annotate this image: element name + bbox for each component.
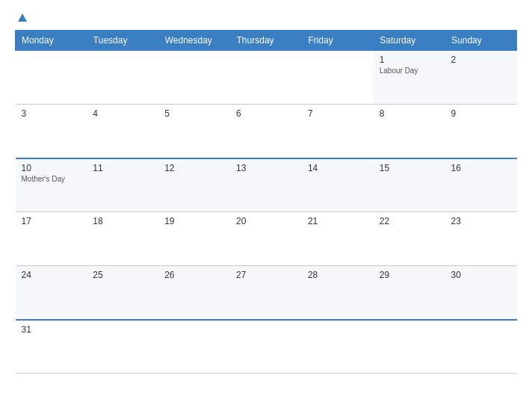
calendar-cell bbox=[302, 51, 374, 105]
calendar-cell bbox=[230, 51, 302, 105]
calendar-cell bbox=[158, 51, 230, 105]
day-header-sunday: Sunday bbox=[445, 31, 517, 51]
day-number: 5 bbox=[164, 108, 224, 119]
day-number: 16 bbox=[451, 163, 511, 173]
day-number: 29 bbox=[380, 270, 439, 280]
calendar-cell bbox=[16, 51, 87, 105]
day-number: 15 bbox=[380, 163, 439, 173]
day-number: 3 bbox=[22, 108, 81, 119]
calendar-cell: 16 bbox=[445, 158, 517, 212]
calendar-cell bbox=[87, 51, 158, 105]
day-number: 17 bbox=[22, 216, 81, 226]
calendar-cell: 28 bbox=[302, 266, 374, 320]
day-header-wednesday: Wednesday bbox=[158, 31, 230, 51]
calendar-cell: 22 bbox=[374, 212, 445, 266]
calendar-cell: 29 bbox=[374, 266, 445, 320]
calendar-week-row: 1Labour Day2 bbox=[16, 51, 517, 105]
day-header-thursday: Thursday bbox=[230, 31, 302, 51]
day-number: 30 bbox=[451, 270, 511, 280]
calendar-week-row: 31 bbox=[16, 320, 517, 374]
day-header-monday: Monday bbox=[16, 31, 87, 51]
calendar-cell bbox=[87, 320, 158, 374]
calendar-cell: 8 bbox=[374, 105, 445, 158]
calendar-cell: 1Labour Day bbox=[374, 51, 445, 105]
day-number: 19 bbox=[164, 216, 224, 226]
logo bbox=[15, 13, 27, 22]
calendar-cell: 7 bbox=[302, 105, 374, 158]
day-number: 25 bbox=[93, 270, 152, 280]
calendar-cell: 13 bbox=[230, 158, 302, 212]
calendar-table: MondayTuesdayWednesdayThursdayFridaySatu… bbox=[15, 30, 517, 374]
day-number: 6 bbox=[236, 108, 296, 119]
calendar-page: MondayTuesdayWednesdayThursdayFridaySatu… bbox=[0, 0, 532, 411]
day-number: 8 bbox=[380, 108, 439, 119]
logo-triangle-icon bbox=[18, 13, 27, 22]
calendar-cell: 21 bbox=[302, 212, 374, 266]
day-number: 12 bbox=[164, 163, 224, 173]
calendar-cell: 31 bbox=[16, 320, 87, 374]
calendar-header-row: MondayTuesdayWednesdayThursdayFridaySatu… bbox=[16, 31, 517, 51]
calendar-cell: 11 bbox=[87, 158, 158, 212]
calendar-week-row: 10Mother's Day111213141516 bbox=[16, 158, 517, 212]
calendar-cell bbox=[302, 320, 374, 374]
calendar-cell: 25 bbox=[87, 266, 158, 320]
calendar-cell: 20 bbox=[230, 212, 302, 266]
calendar-cell: 3 bbox=[16, 105, 87, 158]
day-number: 20 bbox=[236, 216, 296, 226]
calendar-cell: 17 bbox=[16, 212, 87, 266]
day-number: 22 bbox=[380, 216, 439, 226]
day-number: 28 bbox=[308, 270, 368, 280]
day-number: 26 bbox=[164, 270, 224, 280]
day-number: 14 bbox=[308, 163, 368, 173]
calendar-cell bbox=[230, 320, 302, 374]
logo-blue-text bbox=[15, 13, 27, 22]
calendar-week-row: 17181920212223 bbox=[16, 212, 517, 266]
header bbox=[15, 13, 517, 22]
calendar-cell bbox=[158, 320, 230, 374]
calendar-cell: 30 bbox=[445, 266, 517, 320]
calendar-cell: 4 bbox=[87, 105, 158, 158]
day-number: 10 bbox=[22, 163, 81, 173]
day-number: 21 bbox=[308, 216, 368, 226]
day-number: 13 bbox=[236, 163, 296, 173]
day-header-friday: Friday bbox=[302, 31, 374, 51]
calendar-cell: 12 bbox=[158, 158, 230, 212]
calendar-cell: 27 bbox=[230, 266, 302, 320]
calendar-cell: 18 bbox=[87, 212, 158, 266]
day-number: 9 bbox=[451, 108, 511, 119]
calendar-cell: 14 bbox=[302, 158, 374, 212]
calendar-cell: 19 bbox=[158, 212, 230, 266]
day-number: 18 bbox=[93, 216, 152, 226]
day-header-saturday: Saturday bbox=[374, 31, 445, 51]
day-number: 23 bbox=[451, 216, 511, 226]
day-number: 11 bbox=[93, 163, 152, 173]
day-number: 1 bbox=[380, 55, 439, 65]
calendar-cell: 24 bbox=[16, 266, 87, 320]
holiday-label: Mother's Day bbox=[22, 175, 81, 183]
day-number: 4 bbox=[93, 108, 152, 119]
calendar-cell: 9 bbox=[445, 105, 517, 158]
calendar-week-row: 24252627282930 bbox=[16, 266, 517, 320]
calendar-cell: 23 bbox=[445, 212, 517, 266]
calendar-cell bbox=[374, 320, 445, 374]
day-number: 7 bbox=[308, 108, 368, 119]
day-number: 31 bbox=[22, 324, 81, 335]
day-number: 27 bbox=[236, 270, 296, 280]
calendar-cell: 10Mother's Day bbox=[16, 158, 87, 212]
calendar-cell: 5 bbox=[158, 105, 230, 158]
day-number: 2 bbox=[451, 55, 511, 65]
day-header-tuesday: Tuesday bbox=[87, 31, 158, 51]
calendar-cell bbox=[445, 320, 517, 374]
calendar-cell: 6 bbox=[230, 105, 302, 158]
day-number: 24 bbox=[22, 270, 81, 280]
calendar-cell: 15 bbox=[374, 158, 445, 212]
calendar-cell: 26 bbox=[158, 266, 230, 320]
holiday-label: Labour Day bbox=[380, 67, 439, 75]
calendar-week-row: 3456789 bbox=[16, 105, 517, 158]
calendar-cell: 2 bbox=[445, 51, 517, 105]
